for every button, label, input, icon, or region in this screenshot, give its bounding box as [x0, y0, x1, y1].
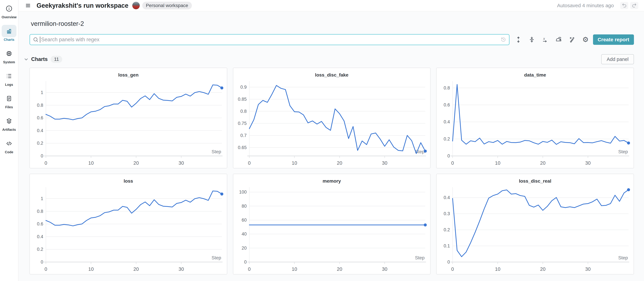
svg-text:0: 0 — [44, 266, 47, 272]
svg-text:0: 0 — [448, 153, 450, 158]
svg-text:60: 60 — [242, 217, 246, 223]
svg-text:0.8: 0.8 — [37, 103, 43, 108]
svg-text:0.6: 0.6 — [37, 115, 43, 120]
info-icon — [2, 2, 16, 15]
sidebar-item-label: Overview — [2, 15, 16, 19]
chart-panel[interactable]: data_time 00.20.40.60.80102030Step — [436, 68, 634, 168]
run-name: vermilion-rooster-2 — [31, 20, 634, 27]
x-axis-icon[interactable]: x — [541, 36, 549, 44]
sidebar-item-label: Code — [5, 150, 13, 154]
main-content: vermilion-rooster-2 — [18, 12, 644, 281]
sidebar: Overview Charts System Log — [0, 0, 18, 281]
chevron-down-icon[interactable] — [23, 56, 29, 62]
undo-button[interactable] — [620, 2, 628, 9]
svg-text:80: 80 — [242, 203, 246, 208]
chart-title: loss — [30, 178, 227, 184]
redo-button[interactable] — [630, 2, 638, 9]
line-chart: 00.20.40.60.810102030Step — [30, 185, 227, 274]
svg-text:0.6: 0.6 — [444, 102, 450, 107]
svg-text:20: 20 — [337, 160, 342, 166]
svg-text:10: 10 — [495, 266, 500, 272]
collapse-panels-icon[interactable] — [528, 36, 536, 44]
svg-text:10: 10 — [495, 160, 500, 166]
svg-text:0.3: 0.3 — [444, 211, 450, 216]
add-panel-button[interactable]: Add panel — [601, 54, 634, 64]
svg-text:30: 30 — [382, 266, 387, 272]
workspace-badge[interactable]: Personal workspace — [142, 2, 192, 10]
avatar[interactable] — [132, 2, 140, 10]
chart-panel[interactable]: memory 0204060801000102030Step — [233, 174, 431, 274]
svg-text:0.2: 0.2 — [37, 247, 43, 252]
charts-section-header: Charts 11 Add panel — [23, 54, 634, 64]
svg-text:20: 20 — [134, 160, 139, 166]
chart-title: data_time — [436, 72, 634, 78]
search-input[interactable] — [30, 34, 510, 45]
svg-text:0: 0 — [451, 266, 454, 272]
svg-text:0.4: 0.4 — [37, 234, 43, 239]
svg-text:20: 20 — [337, 266, 342, 272]
sidebar-item-label: System — [3, 60, 15, 64]
expand-panels-icon[interactable] — [514, 36, 522, 44]
svg-text:0: 0 — [448, 259, 450, 264]
svg-text:Step: Step — [212, 255, 221, 260]
settings-gear-icon[interactable]: ⚙ — [582, 36, 589, 44]
svg-text:0.85: 0.85 — [238, 97, 246, 102]
svg-text:10: 10 — [88, 266, 94, 272]
line-chart: 00.20.40.60.80102030Step — [436, 79, 634, 168]
chart-panel[interactable]: loss 00.20.40.60.810102030Step — [30, 174, 227, 274]
page-title: Geekyrakshit's run workspace — [36, 2, 128, 9]
svg-text:0.4: 0.4 — [444, 119, 450, 124]
svg-text:40: 40 — [242, 231, 246, 236]
svg-text:30: 30 — [382, 160, 387, 166]
autosave-status: Autosaved 4 minutes ago — [557, 3, 614, 9]
svg-text:0.8: 0.8 — [444, 85, 450, 91]
svg-text:20: 20 — [242, 245, 246, 251]
svg-text:10: 10 — [292, 160, 297, 166]
list-icon — [2, 70, 16, 82]
svg-text:0.8: 0.8 — [37, 209, 43, 214]
svg-text:1: 1 — [41, 196, 43, 201]
sidebar-item-code[interactable]: Code — [2, 137, 16, 154]
text-caret — [40, 37, 40, 43]
svg-text:30: 30 — [178, 266, 184, 272]
sidebar-item-charts[interactable]: Charts — [2, 25, 16, 42]
outliers-icon[interactable] — [568, 36, 576, 44]
line-chart: 0.650.70.750.80.850.90102030Step — [233, 79, 430, 168]
svg-text:30: 30 — [585, 266, 591, 272]
chart-panel[interactable]: loss_disc_real 00.10.20.30.40102030Step — [436, 174, 634, 274]
svg-text:10: 10 — [292, 266, 297, 272]
search-history-icon[interactable] — [500, 37, 506, 44]
svg-text:0.2: 0.2 — [37, 141, 43, 146]
sidebar-item-label: Files — [5, 105, 13, 109]
sidebar-item-system[interactable]: System — [2, 47, 16, 64]
sidebar-item-artifacts[interactable]: Artifacts — [2, 115, 16, 132]
panel-toolbar: x ⚙ — [514, 36, 589, 44]
sidebar-item-label: Artifacts — [2, 128, 16, 132]
svg-text:1: 1 — [41, 90, 43, 95]
search-icon — [32, 37, 39, 44]
sidebar-item-files[interactable]: Files — [2, 92, 16, 109]
chart-panel[interactable]: loss_gen 00.20.40.60.810102030Step — [30, 68, 227, 168]
svg-text:20: 20 — [540, 266, 546, 272]
svg-text:0: 0 — [244, 259, 246, 264]
svg-text:0.4: 0.4 — [37, 128, 43, 133]
svg-text:x: x — [543, 37, 545, 41]
svg-text:0.2: 0.2 — [444, 227, 450, 232]
create-report-button[interactable]: Create report — [593, 35, 634, 45]
chart-panel[interactable]: loss_disc_fake 0.650.70.750.80.850.90102… — [233, 68, 431, 168]
svg-text:Step: Step — [618, 255, 628, 260]
sidebar-item-logs[interactable]: Logs — [2, 70, 16, 87]
svg-text:Step: Step — [212, 149, 221, 154]
svg-text:0.7: 0.7 — [240, 133, 246, 138]
svg-text:100: 100 — [239, 189, 246, 195]
chart-title: loss_gen — [30, 72, 227, 78]
hamburger-menu-icon[interactable] — [24, 2, 32, 10]
sidebar-item-overview[interactable]: Overview — [2, 2, 16, 19]
charts-grid: loss_gen 00.20.40.60.810102030Step loss_… — [30, 68, 634, 274]
svg-text:30: 30 — [585, 160, 591, 166]
topbar: Geekyrakshit's run workspace Personal wo… — [18, 0, 644, 12]
sidebar-item-label: Charts — [4, 38, 14, 42]
svg-text:20: 20 — [540, 160, 546, 166]
smoothing-icon[interactable] — [555, 36, 562, 44]
document-icon — [2, 92, 16, 105]
